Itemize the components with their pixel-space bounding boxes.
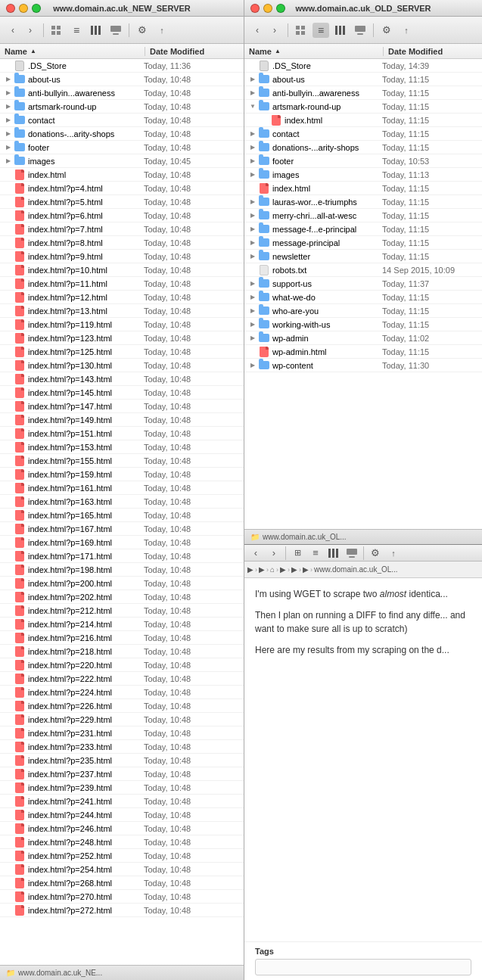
- browser-gear-button[interactable]: ⚙: [367, 546, 384, 561]
- browser-view-btn-2[interactable]: ≡: [307, 546, 324, 561]
- file-row[interactable]: index.html?p=163.htmlToday, 10:48: [0, 495, 244, 509]
- file-row[interactable]: ▶wp-contentToday, 11:30: [244, 359, 482, 372]
- file-row[interactable]: ▶imagesToday, 11:13: [244, 168, 482, 182]
- file-row[interactable]: index.html?p=198.htmlToday, 10:48: [0, 563, 244, 577]
- right-date-col-header[interactable]: Date Modified: [384, 47, 482, 56]
- disclosure-triangle[interactable]: ▶: [247, 251, 258, 262]
- file-row[interactable]: index.html?p=246.htmlToday, 10:48: [0, 822, 244, 835]
- file-row[interactable]: index.html?p=149.htmlToday, 10:48: [0, 413, 244, 427]
- file-row[interactable]: index.html?p=235.htmlToday, 10:48: [0, 754, 244, 767]
- file-row[interactable]: index.html?p=155.htmlToday, 10:48: [0, 454, 244, 468]
- file-row[interactable]: ▶artsmark-round-upToday, 10:48: [0, 100, 244, 114]
- file-row[interactable]: index.html?p=147.htmlToday, 10:48: [0, 400, 244, 413]
- file-row[interactable]: index.html?p=248.htmlToday, 10:48: [0, 835, 244, 849]
- file-row[interactable]: index.htmlToday, 10:48: [0, 168, 244, 182]
- file-row[interactable]: index.html?p=167.htmlToday, 10:48: [0, 522, 244, 536]
- minimize-button-left[interactable]: [19, 4, 28, 13]
- file-row[interactable]: index.html?p=130.htmlToday, 10:48: [0, 359, 244, 372]
- disclosure-triangle[interactable]: ▶: [247, 333, 258, 344]
- crumb-3[interactable]: ▶: [280, 565, 286, 574]
- file-row[interactable]: index.html?p=231.htmlToday, 10:48: [0, 726, 244, 740]
- file-row[interactable]: index.html?p=171.htmlToday, 10:48: [0, 549, 244, 563]
- file-row[interactable]: index.html?p=244.htmlToday, 10:48: [0, 808, 244, 822]
- icon-view-button-left[interactable]: [48, 23, 65, 38]
- file-row[interactable]: robots.txt14 Sep 2015, 10:09: [244, 263, 482, 277]
- file-row[interactable]: index.html?p=254.htmlToday, 10:48: [0, 863, 244, 876]
- file-row[interactable]: index.html?p=7.htmlToday, 10:48: [0, 222, 244, 236]
- file-row[interactable]: index.html?p=5.htmlToday, 10:48: [0, 195, 244, 209]
- icon-view-button-right[interactable]: [293, 23, 309, 38]
- browser-forward-button[interactable]: ›: [266, 546, 282, 561]
- file-row[interactable]: index.html?p=151.htmlToday, 10:48: [0, 427, 244, 440]
- file-row[interactable]: index.html?p=270.htmlToday, 10:48: [0, 890, 244, 904]
- file-row[interactable]: index.html?p=161.htmlToday, 10:48: [0, 481, 244, 495]
- disclosure-triangle[interactable]: ▶: [247, 88, 258, 98]
- file-row[interactable]: index.html?p=237.htmlToday, 10:48: [0, 767, 244, 781]
- file-row[interactable]: index.html?p=10.htmlToday, 10:48: [0, 263, 244, 277]
- file-row[interactable]: ▶contactToday, 10:48: [0, 114, 244, 127]
- file-row[interactable]: index.html?p=220.htmlToday, 10:48: [0, 658, 244, 672]
- file-row[interactable]: index.html?p=159.htmlToday, 10:48: [0, 468, 244, 481]
- file-row[interactable]: index.html?p=153.htmlToday, 10:48: [0, 440, 244, 454]
- disclosure-triangle[interactable]: ▶: [247, 197, 258, 207]
- list-view-button-right[interactable]: ≡: [313, 23, 329, 38]
- gallery-view-button-right[interactable]: [352, 23, 368, 38]
- close-button-right[interactable]: [250, 4, 260, 13]
- file-row[interactable]: ▶merry-chri...all-at-wescToday, 11:15: [244, 209, 482, 222]
- crumb-5[interactable]: ▶: [303, 565, 309, 574]
- crumb-domain[interactable]: www.domain.ac.uk_OL...: [314, 565, 398, 574]
- file-row[interactable]: index.html?p=169.htmlToday, 10:48: [0, 536, 244, 549]
- file-row[interactable]: index.html?p=222.htmlToday, 10:48: [0, 672, 244, 686]
- file-row[interactable]: index.htmlToday, 11:15: [244, 182, 482, 195]
- file-row[interactable]: index.html?p=200.htmlToday, 10:48: [0, 577, 244, 590]
- disclosure-triangle[interactable]: ▶: [247, 360, 258, 371]
- disclosure-triangle[interactable]: ▶: [3, 129, 14, 139]
- file-row[interactable]: ▶about-usToday, 11:15: [244, 73, 482, 86]
- file-row[interactable]: ▼artsmark-round-upToday, 11:15: [244, 100, 482, 114]
- file-row[interactable]: ▶lauras-wor...e-triumphsToday, 11:15: [244, 195, 482, 209]
- file-row[interactable]: ▶contactToday, 11:15: [244, 127, 482, 141]
- minimize-button-right[interactable]: [263, 4, 272, 13]
- file-row[interactable]: index.html?p=229.htmlToday, 10:48: [0, 713, 244, 726]
- back-button-left[interactable]: ‹: [5, 23, 21, 38]
- left-file-list[interactable]: .DS_StoreToday, 11:36▶about-usToday, 10:…: [0, 59, 244, 965]
- left-date-col-header[interactable]: Date Modified: [145, 47, 244, 56]
- file-row[interactable]: index.html?p=224.htmlToday, 10:48: [0, 686, 244, 699]
- action-button-left[interactable]: ⚙: [134, 23, 151, 38]
- disclosure-triangle[interactable]: ▶: [247, 74, 258, 85]
- file-row[interactable]: index.html?p=4.htmlToday, 10:48: [0, 182, 244, 195]
- browser-view-btn-4[interactable]: [344, 546, 360, 561]
- file-row[interactable]: ▶footerToday, 10:48: [0, 141, 244, 154]
- browser-back-button[interactable]: ‹: [247, 546, 264, 561]
- left-name-col-header[interactable]: Name ▲: [0, 47, 145, 56]
- file-row[interactable]: index.html?p=8.htmlToday, 10:48: [0, 236, 244, 250]
- disclosure-triangle[interactable]: ▶: [3, 142, 14, 153]
- browser-share-button[interactable]: ↑: [385, 546, 402, 561]
- browser-view-btn-3[interactable]: [325, 546, 342, 561]
- file-row[interactable]: index.html?p=143.htmlToday, 10:48: [0, 372, 244, 386]
- share-button-right[interactable]: ↑: [398, 23, 415, 38]
- back-button-right[interactable]: ‹: [249, 23, 266, 38]
- file-row[interactable]: index.htmlToday, 11:15: [244, 114, 482, 127]
- file-row[interactable]: index.html?p=202.htmlToday, 10:48: [0, 590, 244, 604]
- right-name-col-header[interactable]: Name ▲: [244, 47, 384, 56]
- file-row[interactable]: index.html?p=241.htmlToday, 10:48: [0, 795, 244, 808]
- disclosure-triangle[interactable]: ▶: [247, 224, 258, 235]
- file-row[interactable]: index.html?p=125.htmlToday, 10:48: [0, 345, 244, 359]
- crumb-2[interactable]: ▶: [259, 565, 265, 574]
- forward-button-left[interactable]: ›: [22, 23, 39, 38]
- disclosure-triangle[interactable]: ▶: [3, 156, 14, 166]
- disclosure-triangle[interactable]: ▶: [3, 101, 14, 112]
- disclosure-triangle[interactable]: ▶: [247, 238, 258, 248]
- file-row[interactable]: index.html?p=233.htmlToday, 10:48: [0, 740, 244, 754]
- file-row[interactable]: index.html?p=252.htmlToday, 10:48: [0, 849, 244, 863]
- file-row[interactable]: ▶anti-bullyin...awarenessToday, 11:15: [244, 86, 482, 100]
- disclosure-triangle[interactable]: ▶: [247, 156, 258, 166]
- file-row[interactable]: index.html?p=272.htmlToday, 10:48: [0, 904, 244, 917]
- file-row[interactable]: ▶message-principalToday, 11:15: [244, 236, 482, 250]
- file-row[interactable]: index.html?p=12.htmlToday, 10:48: [0, 291, 244, 304]
- file-row[interactable]: index.html?p=145.htmlToday, 10:48: [0, 386, 244, 400]
- file-row[interactable]: index.html?p=11.htmlToday, 10:48: [0, 277, 244, 291]
- file-row[interactable]: index.html?p=212.htmlToday, 10:48: [0, 604, 244, 618]
- tags-input[interactable]: [255, 959, 471, 975]
